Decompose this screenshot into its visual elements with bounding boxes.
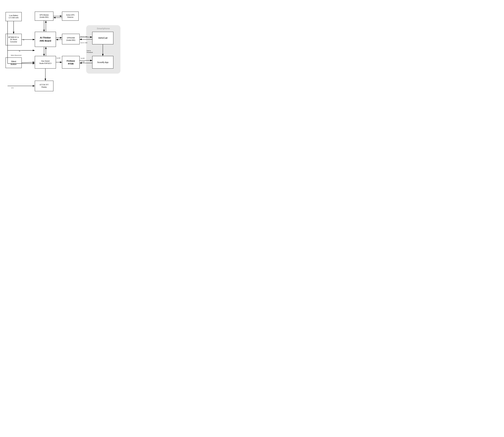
scoutify-label: Scoutify App [97,61,108,64]
firebase-label: FirebaseRTDB [67,60,75,65]
gprs-sim-box: GPRS/SIM(Inside A9G) [62,34,80,44]
scoutify-box: Scoutify App [92,56,113,69]
st7735-box: ST7735 TFTDisplay [35,81,53,91]
firebase-box: FirebaseRTDB [62,56,80,69]
svg-line-19 [22,62,35,63]
label-3v7: 3,7v [11,87,14,89]
active-gps-box: Active GPSAntenna [62,12,79,21]
label-5v-2: 5v [19,50,20,52]
label-via-wifi-2: Via WiFi [81,58,85,59]
gprs-sim-label: GPRS/SIM(Inside A9G) [66,37,75,41]
mt3608-label: MT3608 DC toDC BoostConverter [8,36,19,43]
smartphone-label: Smartphone [97,27,110,30]
a9g-board-label: Ai-ThinkerA9G Board [40,36,51,42]
silent-button-box: SilentButton [6,58,22,68]
label-via-2g-2: Via 2G / GSM [80,42,87,43]
active-gps-label: Active GPSAntenna [66,14,75,19]
label-via-wifi-1: Via WiFi [57,58,60,59]
lipo-battery-box: Li-po Battery3,7v 500 mAh [6,12,22,21]
label-via-2g-1: Via 2G / GSM [80,36,87,37]
label-5v-1: 5v [23,39,24,40]
gps-module-label: GPS Module(Inside A9G) [40,14,49,19]
sms-call-label: SMS/Call [98,37,108,40]
gps-module-box: GPS Module(Inside A9G) [35,12,53,21]
a9g-board-box: Ai-ThinkerA9G Board [35,32,56,47]
lipo-battery-label: Li-po Battery3,7v 500 mAh [9,14,19,19]
esp32-box: Xiao SeeedStudio ESP32C3 [35,56,56,69]
st7735-label: ST7735 TFTDisplay [40,84,49,88]
mt3608-box: MT3608 DC toDC BoostConverter [6,34,22,45]
label-battery-measurement: Battery Measurement [11,55,21,56]
label-via-wifi-3: Via WiFi [81,61,85,62]
silent-button-label: SilentButton [11,60,17,66]
esp32-label: Xiao SeeedStudio ESP32C3 [39,60,51,65]
label-push-phonebook: Push toPhonebook [87,50,93,53]
sms-call-box: SMS/Call [92,32,113,44]
diagram-container: Smartphone Li-po Battery3,7v 500 mAh MT3… [0,0,126,109]
